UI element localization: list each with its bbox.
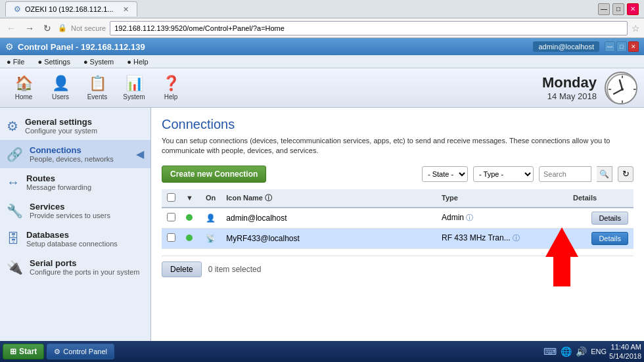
row1-on [181, 208, 200, 229]
toolbar-help-btn[interactable]: ❓ Help [154, 71, 188, 105]
general-settings-subtitle: Configure your system [25, 127, 97, 135]
connections-icon: 🔗 [7, 147, 23, 162]
toolbar-home-btn[interactable]: 🏠 Home [7, 71, 41, 105]
clock-date: 14 May 2018 [542, 91, 597, 101]
row2-details-cell: Details [568, 228, 633, 248]
bookmark-icon[interactable]: ☆ [632, 23, 640, 34]
row2-type: RF 433 MHz Tran... ⓘ [436, 228, 568, 248]
browser-minimize-btn[interactable]: — [598, 3, 610, 15]
toolbar-home-label: Home [15, 93, 33, 101]
delete-btn[interactable]: Delete [162, 261, 202, 277]
menu-help[interactable]: ● Help [124, 57, 150, 67]
app-win-controls: — □ ✕ [605, 41, 639, 52]
address-bar: ← → ↻ 🔒 Not secure ☆ [0, 18, 644, 38]
taskbar: ⊞ Start ⚙ Control Panel ⌨ 🌐 🔊 ENG 11:40 … [0, 341, 644, 362]
start-button[interactable]: ⊞ Start [3, 344, 44, 359]
security-icon: 🔒 [58, 24, 67, 32]
back-btn[interactable]: ← [4, 22, 18, 35]
sidebar-item-routes[interactable]: ↔ Routes Message forwarding [0, 168, 150, 196]
browser-tab[interactable]: ⚙ OZEKI 10 (192.168.112.1... ✕ [5, 1, 137, 16]
tab-close-icon[interactable]: ✕ [123, 5, 129, 14]
app-minimize-btn[interactable]: — [605, 41, 615, 52]
svg-point-7 [621, 88, 624, 91]
state-dropdown[interactable]: - State - Active Inactive [422, 166, 468, 182]
taskbar-clock: 11:40 AM 5/14/2018 [609, 342, 641, 361]
home-icon: 🏠 [15, 75, 33, 92]
toolbar-users-label: Users [52, 93, 69, 101]
taskbar-cp-label: Control Panel [63, 348, 107, 355]
clock-text: Monday 14 May 2018 [542, 74, 597, 101]
connections-title: Connections [30, 145, 114, 155]
address-input[interactable] [110, 21, 628, 35]
menu-system[interactable]: ● System [81, 57, 116, 67]
row1-help-icon[interactable]: ⓘ [466, 214, 473, 221]
search-input[interactable] [539, 166, 591, 182]
routes-text: Routes Message forwarding [26, 173, 91, 191]
refresh-nav-btn[interactable]: ↻ [41, 22, 54, 35]
row1-check[interactable] [162, 208, 181, 229]
browser-close-btn[interactable]: ✕ [627, 3, 639, 15]
forward-btn[interactable]: → [22, 22, 37, 35]
toolbar-users-btn[interactable]: 👤 Users [43, 71, 78, 105]
row1-details-btn[interactable]: Details [591, 212, 628, 225]
col-header-filter[interactable]: ▼ [181, 189, 200, 208]
search-btn[interactable]: 🔍 [597, 166, 612, 182]
row1-user-icon: 👤 [206, 214, 216, 223]
create-connection-btn[interactable]: Create new Connection [162, 166, 266, 183]
services-title: Services [30, 202, 110, 212]
row1-status-dot [186, 214, 193, 221]
sidebar-item-connections[interactable]: 🔗 Connections People, devices, networks … [0, 140, 150, 168]
row1-details-cell: Details [568, 208, 633, 229]
select-all-checkbox[interactable] [167, 193, 175, 202]
row1-icon: 👤 [200, 208, 221, 229]
sidebar-item-services[interactable]: 🔧 Services Provide services to users [0, 196, 150, 225]
app-close-btn[interactable]: ✕ [628, 41, 639, 52]
services-icon: 🔧 [7, 203, 23, 219]
page-title: Connections [162, 117, 633, 132]
taskbar-control-panel[interactable]: ⚙ Control Panel [47, 344, 114, 359]
general-settings-icon: ⚙ [7, 118, 18, 134]
tab-title: OZEKI 10 (192.168.112.1... [25, 5, 114, 13]
toolbar: 🏠 Home 👤 Users 📋 Events 📊 System ❓ Help … [0, 68, 644, 108]
browser-win-controls: — □ ✕ [598, 3, 639, 15]
content-area: Connections You can setup connections (d… [151, 108, 644, 341]
browser-maximize-btn[interactable]: □ [612, 3, 624, 15]
refresh-btn[interactable]: ↻ [618, 166, 633, 182]
app-maximize-btn[interactable]: □ [616, 41, 627, 52]
row2-rf-icon: 📡 [206, 234, 216, 243]
routes-title: Routes [26, 173, 91, 183]
menu-file[interactable]: ● File [4, 57, 27, 67]
col-header-name: Icon Name ⓘ [221, 189, 436, 208]
row2-checkbox[interactable] [167, 233, 175, 242]
routes-icon: ↔ [7, 175, 20, 190]
row2-on [181, 228, 200, 248]
system-tray: ⌨ 🌐 🔊 ENG [543, 346, 607, 357]
tab-icon: ⚙ [14, 5, 21, 14]
toolbar-system-btn[interactable]: 📊 System [117, 71, 151, 105]
row2-help-icon[interactable]: ⓘ [513, 234, 520, 242]
main-layout: ⚙ General settings Configure your system… [0, 108, 644, 341]
databases-title: Databases [26, 230, 118, 240]
clock-day: Monday [542, 74, 597, 91]
system-icon: 📊 [126, 75, 143, 92]
row2-details-btn[interactable]: Details [591, 232, 628, 245]
row1-checkbox[interactable] [167, 213, 175, 221]
general-settings-title: General settings [25, 117, 97, 127]
page-description: You can setup connections (devices, tele… [162, 136, 633, 156]
row2-check[interactable] [162, 228, 181, 248]
row2-icon: 📡 [200, 228, 221, 248]
taskbar-date: 5/14/2018 [609, 351, 641, 361]
toolbar-help-label: Help [164, 93, 178, 101]
services-subtitle: Provide services to users [30, 212, 110, 219]
type-dropdown[interactable]: - Type - Admin RF 433 MHz [473, 166, 534, 182]
general-settings-text: General settings Configure your system [25, 117, 97, 135]
databases-subtitle: Setup database connections [26, 240, 118, 248]
sidebar-item-databases[interactable]: 🗄 Databases Setup database connections [0, 225, 150, 253]
menu-settings[interactable]: ● Settings [35, 57, 72, 67]
toolbar-events-btn[interactable]: 📋 Events [80, 71, 114, 105]
toolbar-events-label: Events [87, 93, 108, 101]
sidebar-item-general[interactable]: ⚙ General settings Configure your system [0, 112, 150, 140]
sidebar-item-serial[interactable]: 🔌 Serial ports Configure the ports in yo… [0, 253, 150, 281]
keyboard-tray-icon: ⌨ [543, 346, 557, 357]
browser-titlebar: ⚙ OZEKI 10 (192.168.112.1... ✕ — □ ✕ [0, 0, 644, 18]
